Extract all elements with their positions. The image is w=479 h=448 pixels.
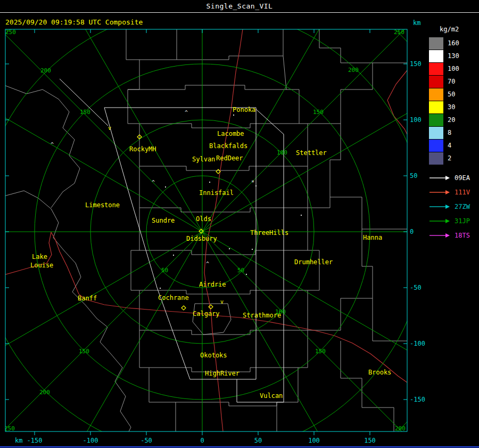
city-label: Lake bbox=[32, 253, 47, 260]
bottom-axis-label: -50 bbox=[141, 437, 152, 444]
track-arrow-icon bbox=[429, 189, 450, 196]
colorbar-entry: 160 bbox=[429, 37, 478, 50]
bottom-axis-label: 150 bbox=[364, 437, 376, 444]
city-label: Olds bbox=[196, 215, 211, 223]
city-label: Okotoks bbox=[200, 352, 227, 359]
colorbar-swatch bbox=[429, 152, 443, 165]
colorbar-swatch bbox=[429, 140, 443, 152]
colorbar-entry: 2 bbox=[429, 152, 478, 165]
city-label: Limestone bbox=[85, 201, 120, 209]
poi-dot-icon bbox=[209, 182, 210, 183]
bottom-separator-line bbox=[0, 446, 479, 447]
city-label: Sylvan bbox=[192, 156, 215, 163]
colorbar-swatch bbox=[429, 88, 443, 101]
colorbar-entry: 8 bbox=[429, 126, 478, 139]
site-diamond-icon bbox=[209, 305, 213, 309]
bottom-axis-label: 100 bbox=[308, 437, 320, 444]
asterisk-icon: * bbox=[251, 179, 255, 186]
city-label: RockyMH bbox=[129, 145, 156, 153]
range-label: 200 bbox=[395, 425, 406, 432]
city-label: Stettler bbox=[296, 149, 327, 157]
poi-dot-icon bbox=[165, 186, 166, 188]
right-axis-label: 0 bbox=[410, 228, 414, 235]
city-label: Blackfalds bbox=[209, 142, 247, 150]
range-label: 200 bbox=[40, 67, 51, 74]
track-legend-row: 09EA bbox=[429, 170, 470, 185]
colorbar-swatch bbox=[429, 76, 443, 88]
radar-id-label: 09EA bbox=[455, 174, 470, 182]
colorbar-value: 130 bbox=[448, 52, 459, 60]
peak-caret-icon: ^ bbox=[185, 110, 188, 116]
city-label: Innisfail bbox=[199, 189, 234, 197]
poi-markers: ^^^^* bbox=[51, 110, 302, 289]
peak-caret-icon: ^ bbox=[206, 261, 209, 267]
track-arrow-icon bbox=[429, 218, 450, 224]
range-label: 150 bbox=[315, 348, 326, 355]
right-axis-label: -150 bbox=[410, 396, 425, 403]
range-label: 50 bbox=[161, 267, 168, 274]
range-label: 200 bbox=[39, 389, 50, 396]
radar-app-window: Single_Scan_VIL 2025/09/20 09:19:58 UTC … bbox=[0, 0, 479, 448]
colorbar-entry: 50 bbox=[429, 88, 478, 101]
range-label: 150 bbox=[80, 109, 90, 116]
colorbar-entries: 16013010070503020842 bbox=[429, 37, 478, 165]
track-legend-row: 27ZW bbox=[429, 199, 470, 214]
poi-dot-icon bbox=[255, 185, 257, 186]
poi-dot-icon bbox=[160, 288, 161, 289]
city-label: ThreeHills bbox=[250, 229, 288, 237]
colorbar-swatch bbox=[429, 114, 443, 126]
right-axis-label: -50 bbox=[410, 284, 422, 291]
range-label: 100 bbox=[277, 149, 287, 156]
city-label: Banff bbox=[78, 295, 97, 302]
bottom-axis-label: -100 bbox=[83, 437, 98, 444]
poi-dot-icon bbox=[301, 215, 302, 216]
storm-track-line bbox=[60, 79, 108, 126]
colorbar-value: 50 bbox=[448, 91, 455, 98]
colorbar-value: 20 bbox=[448, 116, 455, 124]
track-arrow-icon bbox=[429, 175, 450, 181]
colorbar-swatch bbox=[429, 63, 443, 75]
colorbar-swatch bbox=[429, 127, 443, 139]
radar-id-label: 27ZW bbox=[455, 203, 470, 210]
colorbar-swatch bbox=[429, 37, 443, 50]
city-labels: PonokaLacombeBlackfaldsSylvanRedDeerStet… bbox=[30, 106, 391, 400]
range-label: 150 bbox=[79, 348, 89, 355]
radar-map-display[interactable]: 2502001502502001501005050100150200150200… bbox=[0, 0, 479, 448]
poi-dot-icon bbox=[173, 255, 174, 256]
city-label: Lacombe bbox=[217, 130, 244, 137]
range-label: 250 bbox=[4, 425, 15, 432]
right-axis-label: 150 bbox=[410, 60, 422, 68]
colorbar-value: 4 bbox=[448, 142, 451, 149]
arrowhead-icon: v bbox=[108, 125, 111, 131]
colorbar-entry: 100 bbox=[429, 62, 478, 75]
poi-dot-icon bbox=[246, 274, 247, 275]
colorbar-swatch bbox=[429, 101, 443, 113]
bottom-axis-unit: km bbox=[15, 437, 22, 444]
range-label: 150 bbox=[313, 109, 324, 116]
city-label: Brooks bbox=[368, 369, 391, 376]
colorbar-entry: 70 bbox=[429, 75, 478, 88]
colorbar-entry: 30 bbox=[429, 101, 478, 113]
radar-id-label: 111V bbox=[455, 189, 470, 196]
peak-caret-icon: ^ bbox=[51, 142, 54, 148]
range-label: 200 bbox=[348, 67, 359, 74]
colorbar-unit-label: kg/m2 bbox=[440, 26, 478, 33]
colorbar-value: 8 bbox=[448, 129, 451, 136]
city-label: Hanna bbox=[363, 234, 382, 241]
range-label: 50 bbox=[237, 267, 244, 274]
right-axis-label: -100 bbox=[410, 340, 425, 347]
bottom-axis-label: 50 bbox=[254, 437, 262, 444]
radar-id-label: 31JP bbox=[455, 217, 470, 225]
poi-dot-icon bbox=[229, 248, 230, 249]
radar-id-label: 18TS bbox=[455, 232, 470, 239]
poi-dot-icon bbox=[252, 249, 253, 250]
city-label: Calgary bbox=[193, 310, 220, 317]
peak-caret-icon: ^ bbox=[152, 180, 155, 185]
vil-colorbar: kg/m2 16013010070503020842 bbox=[429, 26, 478, 165]
city-label: Ponoka bbox=[233, 106, 255, 113]
colorbar-swatch bbox=[429, 50, 443, 62]
city-label: Strathmore bbox=[243, 312, 281, 319]
site-diamond-icon bbox=[181, 306, 186, 310]
city-label: Drumheller bbox=[294, 258, 333, 266]
colorbar-entry: 20 bbox=[429, 113, 478, 126]
